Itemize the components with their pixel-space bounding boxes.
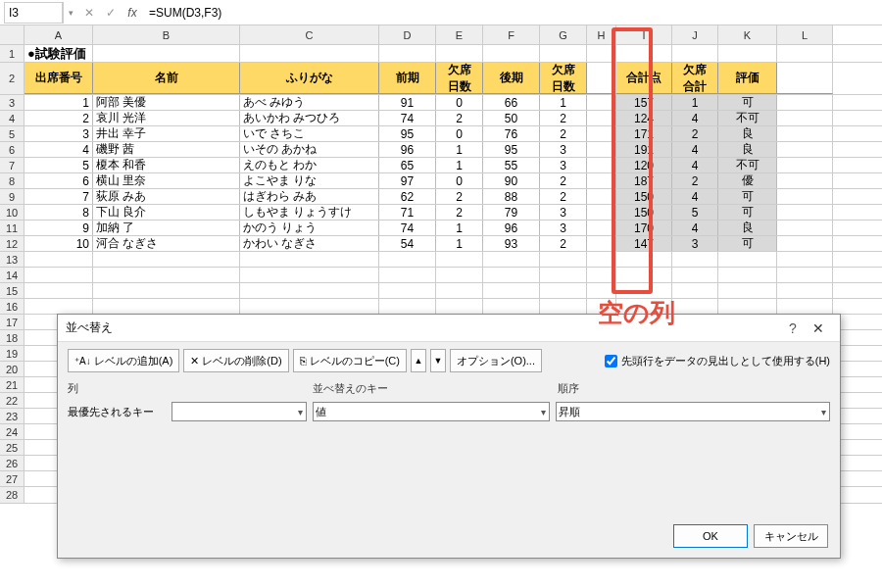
column-header-D[interactable]: D	[379, 25, 436, 44]
row-header[interactable]: 11	[0, 220, 24, 235]
cell-name[interactable]: 榎本 和香	[93, 158, 240, 172]
cell[interactable]	[436, 252, 483, 267]
cell-furigana[interactable]: いで さちこ	[240, 126, 379, 141]
cell-i[interactable]: 124	[616, 111, 672, 125]
cell-d[interactable]: 62	[379, 189, 436, 204]
cell-f[interactable]: 93	[483, 236, 540, 251]
cell-j[interactable]: 4	[672, 189, 718, 204]
cell-f[interactable]: 55	[483, 158, 540, 172]
cell-d[interactable]: 96	[379, 142, 436, 157]
cell-name[interactable]: 井出 幸子	[93, 126, 240, 141]
cell[interactable]	[379, 252, 436, 267]
cell-g[interactable]: 3	[540, 205, 587, 220]
column-header-I[interactable]: I	[616, 25, 672, 44]
cell-h[interactable]	[587, 189, 616, 204]
options-button[interactable]: オプション(O)...	[450, 349, 542, 372]
cell-h[interactable]	[587, 220, 616, 235]
cell-name[interactable]: 加納 了	[93, 220, 240, 235]
cell-f[interactable]: 96	[483, 220, 540, 235]
help-icon[interactable]: ?	[781, 320, 805, 336]
row-header[interactable]: 14	[0, 268, 24, 282]
cell[interactable]	[777, 283, 833, 298]
cell-e[interactable]: 1	[436, 142, 483, 157]
cell-f[interactable]: 76	[483, 126, 540, 141]
cell-k[interactable]: 優	[718, 173, 777, 188]
cell[interactable]	[540, 299, 587, 314]
cell[interactable]	[379, 299, 436, 314]
row-header[interactable]: 18	[0, 330, 24, 345]
cell-j[interactable]: 4	[672, 142, 718, 157]
cell-k[interactable]: 良	[718, 142, 777, 157]
cell-k[interactable]: 可	[718, 95, 777, 110]
cell-d[interactable]: 74	[379, 220, 436, 235]
cell-g[interactable]: 2	[540, 111, 587, 125]
cell-g[interactable]: 2	[540, 126, 587, 141]
column-header-F[interactable]: F	[483, 25, 540, 44]
cell-i[interactable]: 171	[616, 126, 672, 141]
cell[interactable]	[24, 299, 93, 314]
close-icon[interactable]: ✕	[805, 320, 832, 336]
cell[interactable]	[777, 158, 833, 172]
cell-h[interactable]	[587, 236, 616, 251]
row-header[interactable]: 13	[0, 252, 24, 267]
column-header-E[interactable]: E	[436, 25, 483, 44]
cell-d[interactable]: 91	[379, 95, 436, 110]
cell-e[interactable]: 0	[436, 173, 483, 188]
delete-level-button[interactable]: ✕レベルの削除(D)	[183, 349, 288, 372]
row-header[interactable]: 25	[0, 440, 24, 455]
cell[interactable]	[93, 252, 240, 267]
row-header[interactable]: 24	[0, 424, 24, 439]
cell[interactable]	[93, 299, 240, 314]
cell[interactable]	[93, 268, 240, 282]
cell-e[interactable]: 2	[436, 111, 483, 125]
cell[interactable]	[616, 283, 672, 298]
cell-g[interactable]: 3	[540, 220, 587, 235]
cell-id[interactable]: 2	[24, 111, 93, 125]
header-row-checkbox[interactable]: 先頭行をデータの見出しとして使用する(H)	[605, 354, 830, 368]
cell[interactable]	[24, 252, 93, 267]
cell-furigana[interactable]: あべ みゆう	[240, 95, 379, 110]
row-header[interactable]: 16	[0, 299, 24, 314]
cell-d[interactable]: 71	[379, 205, 436, 220]
cell-id[interactable]: 8	[24, 205, 93, 220]
cell-e[interactable]: 2	[436, 205, 483, 220]
cell[interactable]	[777, 173, 833, 188]
column-select[interactable]	[172, 402, 307, 421]
cell-furigana[interactable]: よこやま りな	[240, 173, 379, 188]
cell[interactable]	[483, 299, 540, 314]
cell-furigana[interactable]: えのもと わか	[240, 158, 379, 172]
column-header-K[interactable]: K	[718, 25, 777, 44]
cell-f[interactable]: 95	[483, 142, 540, 157]
cell-furigana[interactable]: はぎわら みあ	[240, 189, 379, 204]
order-select[interactable]: 昇順	[556, 402, 830, 421]
cell-k[interactable]: 可	[718, 236, 777, 251]
cell-e[interactable]: 0	[436, 126, 483, 141]
row-header[interactable]: 5	[0, 126, 24, 141]
cell-j[interactable]: 2	[672, 126, 718, 141]
column-header-L[interactable]: L	[777, 25, 833, 44]
cell-k[interactable]: 良	[718, 126, 777, 141]
cell-h[interactable]	[587, 126, 616, 141]
cell[interactable]	[483, 252, 540, 267]
cell-j[interactable]: 4	[672, 111, 718, 125]
cell[interactable]	[24, 268, 93, 282]
cell-d[interactable]: 54	[379, 236, 436, 251]
cell-f[interactable]: 66	[483, 95, 540, 110]
cell-e[interactable]: 0	[436, 95, 483, 110]
cell-j[interactable]: 2	[672, 173, 718, 188]
cell-f[interactable]: 88	[483, 189, 540, 204]
cell-j[interactable]: 4	[672, 158, 718, 172]
name-box[interactable]: I3	[4, 2, 63, 24]
cell[interactable]	[777, 236, 833, 251]
cell-furigana[interactable]: かわい なぎさ	[240, 236, 379, 251]
fx-icon[interactable]: fx	[122, 2, 143, 24]
cell-d[interactable]: 65	[379, 158, 436, 172]
cell-g[interactable]: 3	[540, 158, 587, 172]
cell-f[interactable]: 79	[483, 205, 540, 220]
add-level-button[interactable]: ⁺A↓レベルの追加(A)	[68, 349, 179, 372]
cell-k[interactable]: 不可	[718, 111, 777, 125]
cell-h[interactable]	[587, 205, 616, 220]
column-header-J[interactable]: J	[672, 25, 718, 44]
cell-furigana[interactable]: あいかわ みつひろ	[240, 111, 379, 125]
cell[interactable]	[587, 283, 616, 298]
